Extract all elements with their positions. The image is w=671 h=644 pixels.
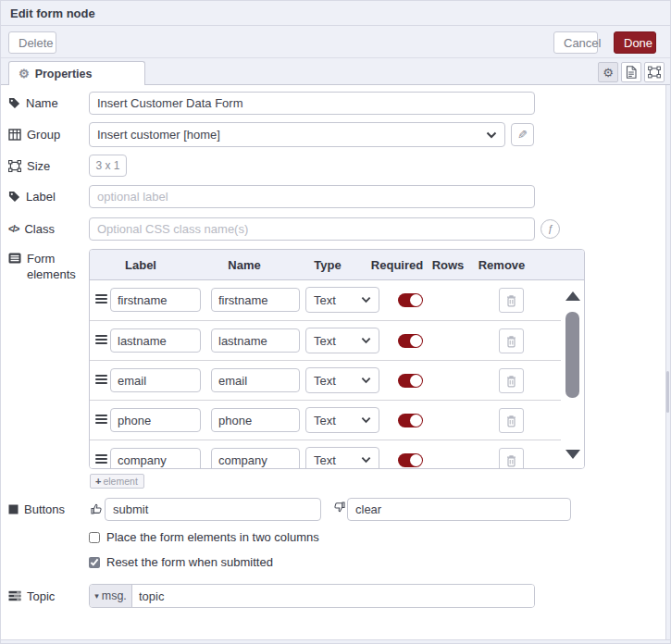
drag-handle-icon[interactable] bbox=[95, 415, 107, 424]
edit-group-button[interactable]: ✎ bbox=[511, 123, 534, 146]
topic-type-select[interactable]: ▾ msg. bbox=[90, 585, 132, 607]
table-row: Text bbox=[90, 280, 561, 320]
topic-typed-input: ▾ msg. bbox=[89, 584, 535, 608]
element-label-input[interactable] bbox=[110, 288, 201, 312]
form-elements-table: Label Name Type Required Rows Remove Tex… bbox=[89, 249, 585, 469]
reset-form-option: Reset the form when submitted bbox=[89, 555, 273, 569]
delete-element-button[interactable] bbox=[499, 288, 524, 313]
required-toggle[interactable] bbox=[398, 374, 423, 388]
element-type-select[interactable]: Text bbox=[305, 407, 379, 433]
delete-element-button[interactable] bbox=[499, 328, 524, 353]
element-label-input[interactable] bbox=[110, 408, 201, 432]
topic-field-label: Topic bbox=[8, 584, 55, 608]
dialog-scrollbar-thumb[interactable] bbox=[666, 371, 669, 413]
scrollbar-thumb[interactable] bbox=[565, 312, 579, 398]
class-input[interactable] bbox=[89, 217, 535, 241]
table-row: Text bbox=[90, 440, 561, 468]
reset-form-checkbox[interactable] bbox=[89, 557, 100, 568]
size-button[interactable]: 3 x 1 bbox=[89, 155, 127, 177]
two-columns-checkbox[interactable] bbox=[89, 532, 100, 543]
element-type-select[interactable]: Text bbox=[305, 367, 379, 393]
required-toggle[interactable] bbox=[398, 453, 423, 467]
tab-bar: ⚙ Properties ⚙ bbox=[1, 58, 670, 85]
label-input[interactable] bbox=[89, 185, 535, 208]
table-row: Text bbox=[90, 400, 561, 440]
two-columns-option: Place the form elements in two columns bbox=[89, 530, 319, 544]
thumbs-down-icon bbox=[333, 501, 345, 514]
element-label-input[interactable] bbox=[110, 328, 201, 353]
size-field-label: Size bbox=[8, 155, 50, 177]
dialog-toolbar: Delete Cancel Done bbox=[1, 26, 670, 58]
required-toggle[interactable] bbox=[398, 293, 423, 307]
name-input[interactable] bbox=[89, 92, 535, 115]
description-view-button[interactable] bbox=[621, 62, 641, 82]
done-button[interactable]: Done bbox=[614, 31, 656, 54]
group-select[interactable]: Insert customer [home] bbox=[89, 122, 505, 147]
col-rows: Rows bbox=[432, 250, 465, 280]
chevron-down-icon bbox=[361, 377, 371, 384]
element-label-input[interactable] bbox=[110, 448, 201, 468]
add-element-button[interactable]: + element bbox=[90, 474, 144, 489]
properties-view-button[interactable]: ⚙ bbox=[598, 62, 618, 82]
element-name-input[interactable] bbox=[211, 408, 300, 432]
dialog-title: Edit form node bbox=[10, 6, 95, 20]
appearance-view-button[interactable] bbox=[644, 62, 665, 82]
dynamic-class-button[interactable]: ƒ bbox=[541, 219, 560, 239]
col-required: Required bbox=[371, 250, 423, 280]
table-scrollbar bbox=[561, 280, 584, 468]
element-label-input[interactable] bbox=[110, 368, 201, 392]
element-name-input[interactable] bbox=[211, 288, 300, 312]
gear-icon: ⚙ bbox=[603, 67, 614, 79]
gear-icon: ⚙ bbox=[19, 68, 30, 80]
scroll-down-arrow[interactable] bbox=[565, 450, 580, 459]
dialog-header: Edit form node bbox=[1, 1, 670, 26]
clear-button-label-input[interactable] bbox=[347, 498, 571, 521]
chevron-down-icon bbox=[361, 337, 371, 344]
buttons-field-label: Buttons bbox=[8, 498, 65, 521]
class-field-label: </> Class bbox=[8, 217, 55, 241]
element-type-select[interactable]: Text bbox=[305, 287, 379, 313]
object-group-icon bbox=[8, 160, 21, 172]
chevron-down-icon bbox=[486, 131, 497, 139]
topic-input[interactable] bbox=[132, 585, 534, 607]
drag-handle-icon[interactable] bbox=[95, 454, 107, 464]
form-elements-label: Form elements bbox=[8, 252, 82, 283]
drag-handle-icon[interactable] bbox=[95, 335, 107, 344]
trash-icon bbox=[505, 415, 517, 427]
required-toggle[interactable] bbox=[398, 334, 423, 348]
drag-handle-icon[interactable] bbox=[95, 294, 107, 303]
element-name-input[interactable] bbox=[211, 368, 300, 392]
element-name-input[interactable] bbox=[211, 448, 300, 468]
appearance-icon bbox=[648, 66, 661, 79]
dialog-scrollbar[interactable] bbox=[665, 85, 670, 639]
required-toggle[interactable] bbox=[398, 414, 423, 427]
submit-button-label-input[interactable] bbox=[105, 498, 321, 521]
delete-button[interactable]: Delete bbox=[8, 31, 56, 54]
trash-icon bbox=[505, 375, 517, 388]
trash-icon bbox=[505, 294, 517, 307]
name-field-label: Name bbox=[8, 92, 58, 115]
delete-element-button[interactable] bbox=[499, 448, 524, 468]
scroll-up-arrow[interactable] bbox=[565, 291, 580, 301]
caret-down-icon: ▾ bbox=[94, 591, 99, 601]
dialog-bottom-edge bbox=[1, 639, 670, 643]
group-field-label: Group bbox=[8, 122, 60, 147]
tab-properties[interactable]: ⚙ Properties bbox=[8, 61, 145, 85]
pencil-icon: ✎ bbox=[517, 128, 528, 142]
table-row: Text bbox=[90, 360, 561, 400]
element-name-input[interactable] bbox=[211, 328, 300, 353]
tab-properties-label: Properties bbox=[35, 68, 93, 80]
col-type: Type bbox=[314, 250, 341, 280]
plus-icon: + bbox=[95, 476, 101, 487]
drag-handle-icon[interactable] bbox=[95, 375, 107, 384]
delete-element-button[interactable] bbox=[499, 408, 524, 433]
col-label: Label bbox=[125, 250, 156, 280]
chevron-down-icon bbox=[361, 296, 371, 303]
function-icon: ƒ bbox=[547, 223, 553, 234]
trash-icon bbox=[505, 335, 517, 348]
label-field-label: Label bbox=[8, 185, 56, 208]
element-type-select[interactable]: Text bbox=[305, 447, 379, 468]
delete-element-button[interactable] bbox=[499, 368, 524, 393]
element-type-select[interactable]: Text bbox=[305, 328, 379, 353]
cancel-button[interactable]: Cancel bbox=[553, 31, 598, 54]
